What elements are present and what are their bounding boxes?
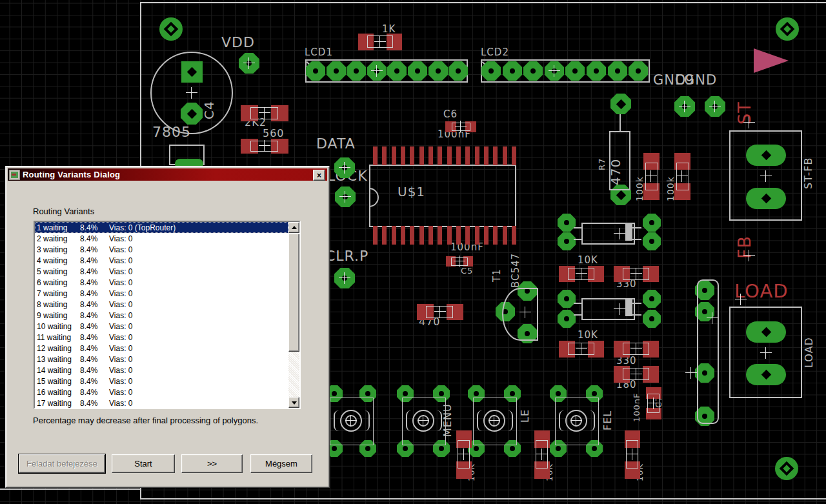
- list-item[interactable]: 16 waiting8.4%Vias: 0: [35, 387, 288, 398]
- list-item[interactable]: 17 waiting8.4%Vias: 0: [35, 398, 288, 408]
- list-item-c1: 7 waiting: [37, 289, 80, 298]
- scroll-up-button[interactable]: [288, 222, 299, 233]
- list-scrollbar[interactable]: [288, 222, 299, 408]
- list-item-c2: 8.4%: [80, 344, 109, 353]
- list-item[interactable]: 4 waiting8.4%Vias: 0: [35, 255, 288, 266]
- list-item[interactable]: 1 waiting8.4%Vias: 0 (TopRouter): [35, 222, 288, 233]
- list-item[interactable]: 14 waiting8.4%Vias: 0: [35, 365, 288, 376]
- cross-marker: [371, 65, 383, 77]
- list-item-c2: 8.4%: [80, 377, 109, 386]
- board-edge: [0, 489, 140, 490]
- arrow-up-icon: [292, 226, 297, 229]
- start-button[interactable]: Start: [112, 454, 175, 473]
- through-hole-pad: [387, 61, 407, 81]
- cancel-button[interactable]: Mégsem: [250, 454, 312, 473]
- ic-pin: [382, 226, 387, 245]
- ic-pin: [484, 146, 489, 165]
- oval-pad: [746, 145, 786, 166]
- pad-hole: [615, 68, 620, 74]
- cross-marker: [454, 256, 465, 267]
- smd-component: [417, 304, 463, 320]
- list-item[interactable]: 9 waiting8.4%Vias: 0: [35, 310, 288, 321]
- board-file-icon: [9, 170, 20, 180]
- list-item-c2: 8.4%: [80, 311, 109, 320]
- finish-task-button[interactable]: Feladat befejezése: [19, 454, 105, 473]
- smd-component: [614, 366, 659, 383]
- pad-hole: [439, 391, 444, 396]
- diode-lead: [632, 227, 641, 228]
- list-item-c2: 8.4%: [80, 300, 109, 309]
- pushbutton-bracket: [559, 410, 567, 431]
- pad-hole: [403, 391, 408, 396]
- cross-marker: [709, 101, 721, 112]
- ic-pin: [419, 226, 424, 245]
- polygon-note: Percentage may decrease after final proc…: [33, 416, 258, 425]
- diode-lead: [632, 314, 641, 316]
- ic-pin: [503, 226, 507, 245]
- list-item[interactable]: 3 waiting8.4%Vias: 0: [35, 244, 288, 255]
- pcb-label: BC547: [511, 253, 521, 288]
- list-item[interactable]: 15 waiting8.4%Vias: 0: [35, 376, 288, 387]
- close-button[interactable]: ×: [313, 170, 325, 181]
- smd-component: [614, 341, 659, 358]
- through-hole-pad: [428, 61, 448, 81]
- list-item[interactable]: 10 waiting8.4%Vias: 0: [35, 321, 288, 332]
- cross-marker: [676, 170, 688, 182]
- list-item-c3: Vias: 0: [109, 355, 132, 364]
- through-hole-pad: [327, 61, 346, 81]
- list-item-c1: 5 waiting: [37, 267, 80, 276]
- through-hole-pad: [334, 268, 355, 288]
- list-item[interactable]: 11 waiting8.4%Vias: 0: [35, 332, 288, 343]
- list-item[interactable]: 8 waiting8.4%Vias: 0: [35, 299, 288, 310]
- list-item-c3: Vias: 0: [109, 399, 132, 408]
- smd-component: [534, 430, 550, 479]
- pcb-label: 1K: [382, 25, 396, 34]
- dialog-titlebar[interactable]: Routing Variants Dialog ×: [8, 168, 327, 181]
- pcb-label: C5: [461, 267, 473, 275]
- oval-pad: [746, 364, 786, 385]
- cross-marker: [339, 162, 350, 174]
- list-item-c2: 8.4%: [80, 267, 109, 276]
- list-item[interactable]: 13 waiting8.4%Vias: 0: [35, 354, 288, 365]
- step-button[interactable]: >>: [181, 454, 243, 473]
- list-item-c1: 16 waiting: [37, 388, 80, 397]
- ic-pin: [512, 226, 516, 245]
- list-item-c3: Vias: 0: [109, 322, 132, 331]
- list-item[interactable]: 7 waiting8.4%Vias: 0: [35, 288, 288, 299]
- pad-hole: [474, 446, 479, 451]
- list-item-c1: 17 waiting: [37, 399, 80, 408]
- cross-marker: [455, 121, 467, 132]
- through-hole-pad: [643, 310, 661, 328]
- list-item-c3: Vias: 0: [109, 278, 132, 287]
- list-item-c2: 8.4%: [80, 333, 109, 342]
- cross-marker: [434, 306, 446, 318]
- scroll-thumb[interactable]: [288, 234, 299, 352]
- list-item[interactable]: 12 waiting8.4%Vias: 0: [35, 343, 288, 354]
- pcb-label: ST-FB: [803, 157, 814, 189]
- list-item[interactable]: 5 waiting8.4%Vias: 0: [35, 266, 288, 277]
- pad-hole: [761, 369, 771, 379]
- ic-pin: [373, 146, 378, 165]
- smd-component: [646, 387, 661, 419]
- routing-variants-label: Routing Variants: [33, 207, 94, 216]
- pushbutton-bracket: [587, 410, 595, 431]
- smd-component: [559, 266, 604, 282]
- list-item[interactable]: 2 waiting8.4%Vias: 0: [35, 233, 288, 244]
- pcb-label: LCD2: [481, 48, 509, 57]
- cross-marker: [259, 107, 270, 119]
- smd-component: [241, 105, 288, 121]
- pcb-label: CLR.P: [325, 249, 368, 263]
- list-item-c1: 13 waiting: [37, 355, 80, 364]
- list-item-c2: 8.4%: [80, 256, 109, 265]
- ic-pin: [456, 146, 461, 165]
- scroll-down-button[interactable]: [288, 397, 299, 408]
- diode-band: [625, 299, 632, 316]
- through-hole-pad: [545, 61, 564, 81]
- through-hole-pad: [610, 94, 631, 114]
- list-item-c1: 1 waiting: [37, 223, 80, 232]
- list-item[interactable]: 6 waiting8.4%Vias: 0: [35, 277, 288, 288]
- cross-marker: [345, 415, 357, 427]
- list-item-c3: Vias: 0: [109, 311, 132, 320]
- through-hole-pad: [448, 61, 468, 81]
- list-item-c2: 8.4%: [80, 355, 109, 364]
